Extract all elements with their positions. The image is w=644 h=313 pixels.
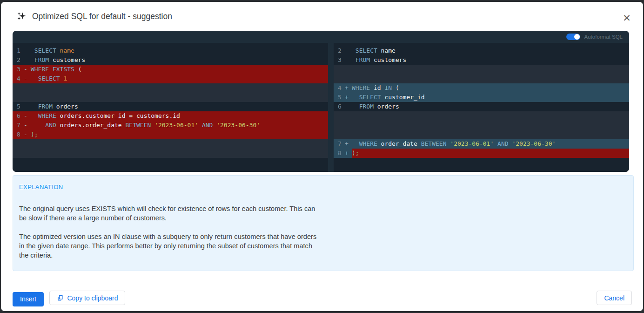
diff-filler-row [334, 111, 629, 121]
code-text: ); [352, 149, 629, 158]
line-number: 3 [13, 65, 24, 74]
code-text: AND orders.order_date BETWEEN '2023-06-0… [31, 121, 328, 130]
diff-toolbar: Autoformat SQL [13, 31, 629, 43]
diff-marker [345, 102, 352, 111]
cancel-button[interactable]: Cancel [597, 291, 632, 305]
diff-marker: + [345, 149, 352, 158]
diff-marker [345, 46, 352, 55]
diff-filler-row [334, 121, 629, 130]
toggle-knob [574, 34, 580, 40]
code-text: SELECT name [352, 46, 629, 55]
line-number: 7 [13, 121, 24, 130]
code-line: 7- AND orders.order_date BETWEEN '2023-0… [13, 121, 328, 130]
autoformat-label: Autoformat SQL [584, 34, 623, 40]
dialog-titlebar: Optimized SQL for default - suggestion [16, 11, 172, 21]
diff-marker: - [24, 74, 31, 83]
code-line: 6 FROM orders [334, 102, 629, 111]
diff-panes: 1 SELECT name2 FROM customers3-WHERE EXI… [13, 43, 629, 172]
diff-filler-row [334, 130, 629, 139]
sql-diff-container: Autoformat SQL 1 SELECT name2 FROM custo… [13, 31, 629, 172]
diff-panel-divider [328, 43, 334, 172]
diff-marker [345, 55, 352, 65]
diff-marker: + [345, 83, 352, 93]
code-text: WHERE orders.customer_id = customers.id [31, 111, 328, 121]
diff-panel-right[interactable]: 2 SELECT name3 FROM customers4+WHERE id … [334, 43, 629, 172]
line-number: 8 [334, 149, 345, 158]
code-line: 1 SELECT name [13, 46, 328, 55]
code-line: 6- WHERE orders.customer_id = customers.… [13, 111, 328, 121]
code-line: 3 FROM customers [334, 55, 629, 65]
code-text: FROM customers [352, 55, 629, 65]
insert-button[interactable]: Insert [13, 292, 44, 306]
diff-filler-row [13, 149, 328, 158]
diff-filler-row [13, 139, 328, 149]
line-number: 1 [13, 46, 24, 55]
code-line: 4- SELECT 1 [13, 74, 328, 83]
line-number: 6 [13, 111, 24, 121]
code-line: 8-); [13, 130, 328, 139]
diff-rows-right: 2 SELECT name3 FROM customers4+WHERE id … [334, 46, 629, 158]
line-number: 5 [13, 102, 24, 111]
diff-marker: - [24, 130, 31, 139]
code-text: SELECT customer_id [352, 93, 629, 102]
explanation-paragraph: The original query uses EXISTS which wil… [19, 204, 319, 223]
diff-filler-row [334, 74, 629, 83]
diff-marker [24, 102, 31, 111]
explanation-heading: EXPLANATION [19, 184, 624, 191]
copy-to-clipboard-button[interactable]: Copy to clipboard [49, 291, 125, 305]
dialog-title: Optimized SQL for default - suggestion [32, 12, 172, 21]
line-number: 4 [13, 74, 24, 83]
diff-marker: + [345, 93, 352, 102]
diff-filler-row [13, 83, 328, 93]
optimized-sql-dialog: Optimized SQL for default - suggestion ✕… [1, 2, 643, 311]
insert-button-label: Insert [20, 295, 36, 303]
cancel-button-label: Cancel [604, 294, 624, 302]
diff-marker: - [24, 65, 31, 74]
diff-panel-left[interactable]: 1 SELECT name2 FROM customers3-WHERE EXI… [13, 43, 328, 172]
diff-filler-row [334, 65, 629, 74]
autoformat-toggle[interactable] [566, 34, 580, 40]
code-text: SELECT 1 [31, 74, 328, 83]
code-text: WHERE id IN ( [352, 83, 629, 93]
code-text: WHERE EXISTS ( [31, 65, 328, 74]
diff-marker: + [345, 139, 352, 149]
close-icon[interactable]: ✕ [621, 12, 633, 24]
code-line: 2 SELECT name [334, 46, 629, 55]
code-text: ); [31, 130, 328, 139]
code-line: 8+); [334, 149, 629, 158]
code-line: 2 FROM customers [13, 55, 328, 65]
copy-icon [57, 294, 64, 301]
line-number: 7 [334, 139, 345, 149]
code-line: 4+WHERE id IN ( [334, 83, 629, 93]
code-line: 3-WHERE EXISTS ( [13, 65, 328, 74]
diff-marker: - [24, 111, 31, 121]
code-text: FROM customers [31, 55, 328, 65]
diff-marker [24, 46, 31, 55]
diff-marker [24, 55, 31, 65]
line-number: 3 [334, 55, 345, 65]
explanation-panel: EXPLANATION The original query uses EXIS… [13, 175, 634, 271]
line-number: 8 [13, 130, 24, 139]
code-line: 7+ WHERE order_date BETWEEN '2023-06-01'… [334, 139, 629, 149]
line-number: 4 [334, 83, 345, 93]
code-text: WHERE order_date BETWEEN '2023-06-01' AN… [352, 139, 629, 149]
copy-button-label: Copy to clipboard [67, 294, 118, 302]
code-text: SELECT name [31, 46, 328, 55]
diff-rows-left: 1 SELECT name2 FROM customers3-WHERE EXI… [13, 46, 328, 158]
code-text: FROM orders [352, 102, 629, 111]
line-number: 5 [334, 93, 345, 102]
dialog-footer: Insert Copy to clipboard Cancel [13, 291, 632, 305]
explanation-paragraph: The optimized version uses an IN clause … [19, 232, 319, 260]
code-line: 5 FROM orders [13, 102, 328, 111]
code-line: 5+ SELECT customer_id [334, 93, 629, 102]
diff-filler-row [13, 93, 328, 102]
line-number: 2 [334, 46, 345, 55]
diff-marker: - [24, 121, 31, 130]
ai-sparkle-icon [16, 11, 27, 21]
line-number: 2 [13, 55, 24, 65]
code-text: FROM orders [31, 102, 328, 111]
line-number: 6 [334, 102, 345, 111]
